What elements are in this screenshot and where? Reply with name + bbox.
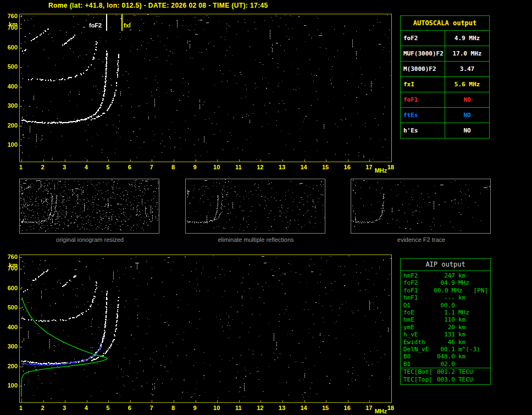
aip-row: foF204.9MHz [401,279,490,286]
x-axis-tick-label: 3 [58,164,71,170]
y-axis-unit-label: km [1,21,18,27]
y-axis-tick-label: 760 [1,253,18,260]
aip-param-unit: km [458,331,484,338]
x-axis-tick-label: 1 [14,164,27,170]
aip-output-table: AIP output hmF2247kmfoF204.9MHzfoF100.0M… [400,258,491,385]
x-axis-tick-label: 2 [36,164,49,170]
aip-param-unit: km [458,353,484,360]
aip-row: foE1.1MHz [401,309,490,316]
aip-row: hmF1---km [401,294,490,301]
aip-param-value: 110 [434,316,455,323]
aip-param-label: hmF1 [403,294,434,301]
top-ionogram-plot: foF2 fxI [19,14,392,162]
x-axis-tick-label: 10 [210,405,223,411]
aip-param-label: DelN_vE [403,346,434,353]
autoscala-table-title: AUTOSCALA output [401,16,490,31]
autoscala-param-label: foF2 [401,31,445,46]
x-axis-tick-label: 13 [275,164,289,170]
x-axis-tick-label: 5 [101,405,114,411]
aip-param-label: foE [403,309,434,316]
aip-param-value: 247 [434,272,455,279]
x-axis-tick-label: 16 [341,405,354,411]
aip-param-unit [458,361,484,368]
aip-param-value: 00.0 [430,287,448,294]
x-axis-tick-label: 7 [145,164,158,170]
autoscala-param-label: foF1 [401,92,445,108]
aip-param-value: 20 [434,324,455,331]
y-axis-tick-label: 200 [1,122,18,129]
thumbnail-original-ionogram [19,179,159,234]
autoscala-param-value: 4.9 MHz [445,31,490,46]
thumbnail-caption-original: original ionogram resized [19,236,160,243]
x-axis-tick-label: 14 [297,164,311,170]
autoscala-row: M(3000)F23.47 [401,62,490,77]
aip-row: foF100.0MHz[PN] [401,287,490,294]
aip-param-value: 001.2 [434,368,455,375]
y-axis-tick-label: 600 [1,44,18,51]
aip-param-value: 00.1 [434,346,455,353]
autoscala-param-value: 17.0 MHz [445,46,490,62]
autoscala-param-label: M(3000)F2 [401,62,445,77]
aip-row: hmE110km [401,316,490,323]
bottom-ionogram-plot [19,254,392,403]
aip-param-unit [458,302,484,309]
fxi-marker-label: fxI [124,22,131,29]
y-axis-tick-label: 760 [1,13,18,19]
aip-param-label: B1 [403,361,434,368]
thumbnail-caption-evidence: evidence F2 trace [351,236,492,243]
autoscala-param-value: 5.6 MHz [445,77,490,92]
autoscala-row: ftEsNO [401,108,490,123]
aip-param-label: TEC[Top] [403,376,434,383]
station-title: Rome (lat: +41.8, lon: 012.5) - DATE: 20… [48,2,268,9]
aip-param-value: 048.0 [434,353,455,360]
y-axis-tick-label: 400 [1,324,18,330]
autoscala-output-table: AUTOSCALA output foF24.9 MHzMUF(3000)F21… [400,15,490,139]
y-axis-tick-label: 600 [1,285,18,291]
aip-param-note: [PN] [474,287,489,294]
aip-param-value: 02.0 [434,361,455,368]
aip-row: B102.0 [401,361,490,368]
x-axis-unit-label: MHz [374,167,387,174]
x-axis-tick-label: 10 [210,164,223,170]
aip-param-label: foF2 [403,279,434,286]
y-axis-tick-label: 100 [1,382,18,389]
x-axis-tick-label: 3 [58,405,71,411]
aip-row: hmF2247km [401,272,490,279]
x-axis-tick-label: 4 [80,164,93,170]
y-axis-tick-label: 100 [1,141,18,148]
aip-param-value: --- [434,294,455,301]
y-axis-tick-label: 500 [1,304,18,311]
x-axis-tick-label: 15 [319,164,332,170]
x-axis-tick-label: 7 [145,405,158,411]
aip-param-unit: km [458,272,484,279]
y-axis-tick-label: 400 [1,83,18,90]
x-axis-tick-label: 8 [167,164,180,170]
x-axis-tick-label: 9 [189,164,202,170]
x-axis-tick-label: 5 [101,164,114,170]
x-axis-unit-label: MHz [374,408,387,414]
x-axis-tick-label: 6 [123,405,136,411]
aip-row: DelN_vE00.1m^(-3) [401,346,490,353]
aip-param-label: hmE [403,316,434,323]
autoscala-param-label: h'Es [401,123,445,139]
autoscala-row: h'EsNO [401,123,490,139]
aip-param-unit: km [458,339,484,346]
aip-param-label: TEC[Bot] [403,368,434,375]
aip-row: h_vE131km [401,331,490,338]
x-axis-tick-label: 11 [232,405,245,411]
autoscala-param-label: ftEs [401,108,445,123]
y-axis-tick-label: 500 [1,63,18,70]
aip-param-label: Ewidth [403,339,434,346]
aip-param-label: B0 [403,353,434,360]
aip-param-value: 46 [434,339,455,346]
autoscala-row: fxI5.6 MHz [401,77,490,92]
autoscala-row: foF1NO [401,92,490,108]
thumbnail-eliminate-reflections [185,179,325,234]
aip-row: B0048.0km [401,353,490,360]
x-axis-tick-label: 12 [253,164,267,170]
aip-param-value: 04.9 [434,279,455,286]
autoscala-param-label: MUF(3000)F2 [401,46,445,62]
aip-row: TEC[Top]003.0TECU [401,376,490,383]
autoscala-header-row: AUTOSCALA output [401,16,490,31]
aip-param-unit: km [458,294,484,301]
